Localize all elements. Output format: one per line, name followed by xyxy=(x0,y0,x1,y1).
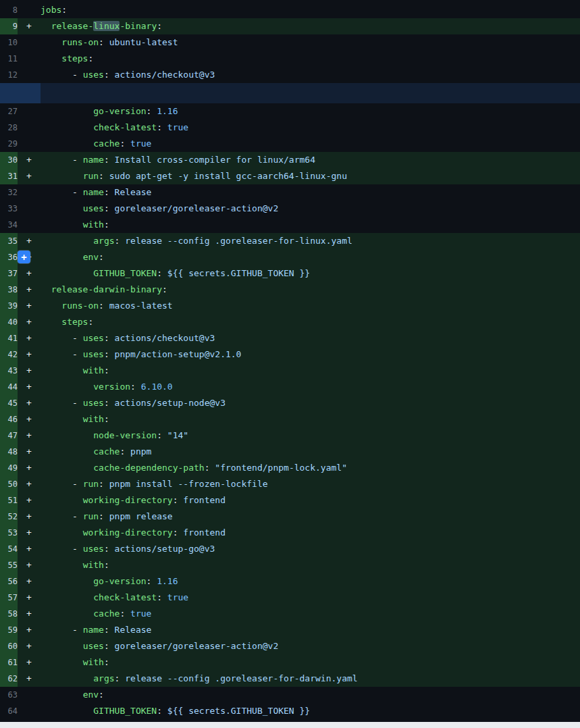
line-number[interactable]: 43 xyxy=(0,363,18,379)
line-number[interactable]: 63 xyxy=(0,687,18,703)
hunk-context xyxy=(41,83,580,103)
code-token: : xyxy=(115,236,126,246)
line-number[interactable]: 12 xyxy=(0,67,18,83)
diff-line: 54+ - uses: actions/setup-go@v3 xyxy=(0,541,580,557)
line-number[interactable]: 61 xyxy=(0,654,18,671)
line-number[interactable]: 44 xyxy=(0,379,18,395)
diff-line: 37+ GITHUB_TOKEN: ${{ secrets.GITHUB_TOK… xyxy=(0,265,580,282)
code-token xyxy=(41,430,93,440)
line-number[interactable]: 37 xyxy=(0,265,18,282)
line-number[interactable]: 47 xyxy=(0,427,18,444)
line-number[interactable]: 38 xyxy=(0,282,18,298)
line-number[interactable]: 39 xyxy=(0,298,18,314)
line-number[interactable]: 28 xyxy=(0,120,18,136)
line-number[interactable]: 35 xyxy=(0,233,18,249)
code-token: runs-on xyxy=(61,301,99,311)
code-token xyxy=(41,21,51,31)
code-token: sudo apt-get -y install gcc-aarch64-linu… xyxy=(109,171,347,181)
line-number[interactable]: 55 xyxy=(0,557,18,573)
line-number[interactable]: 64 xyxy=(0,703,18,719)
diff-line: 8jobs: xyxy=(0,2,580,18)
line-number[interactable]: 51 xyxy=(0,492,18,509)
line-number[interactable]: 36 xyxy=(0,249,18,265)
line-number[interactable]: 48 xyxy=(0,444,18,460)
code-line: cache: true xyxy=(41,606,580,622)
code-token: - xyxy=(41,479,83,489)
line-number[interactable]: 33 xyxy=(0,201,18,217)
code-token xyxy=(41,317,61,327)
expand-diff-button[interactable] xyxy=(0,83,41,103)
code-token: : xyxy=(104,155,115,165)
line-number[interactable]: 60 xyxy=(0,638,18,654)
line-number[interactable]: 56 xyxy=(0,573,18,590)
code-token xyxy=(41,673,93,683)
line-number[interactable]: 32 xyxy=(0,184,18,201)
line-number[interactable]: 31 xyxy=(0,168,18,184)
diff-line: 45+ - uses: actions/setup-node@v3 xyxy=(0,395,580,411)
line-number[interactable]: 10 xyxy=(0,34,18,51)
code-token: release --config .goreleaser-for-darwin.… xyxy=(125,673,357,683)
code-token: : xyxy=(157,122,167,132)
diff-line: 53+ working-directory: frontend xyxy=(0,525,580,541)
code-line: cache-dependency-path: "frontend/pnpm-lo… xyxy=(41,460,580,476)
code-token: env xyxy=(83,690,99,700)
line-number[interactable]: 8 xyxy=(0,2,18,18)
code-token: go-version xyxy=(93,576,146,586)
line-number[interactable]: 11 xyxy=(0,51,18,67)
line-number[interactable]: 49 xyxy=(0,460,18,476)
diff-line: 49+ cache-dependency-path: "frontend/pnp… xyxy=(0,460,580,476)
diff-line: 29 cache: true xyxy=(0,136,580,152)
code-token: : xyxy=(157,430,167,440)
code-token: : xyxy=(157,706,167,716)
code-token: : xyxy=(99,252,104,262)
line-number[interactable]: 45 xyxy=(0,395,18,411)
expand-hunk-row xyxy=(0,83,580,103)
code-token: : xyxy=(99,37,109,47)
diff-marker: + xyxy=(18,298,41,314)
code-line: - uses: actions/checkout@v3 xyxy=(41,330,580,346)
code-token: uses xyxy=(83,641,104,651)
line-number[interactable]: 30 xyxy=(0,152,18,168)
line-number[interactable]: 34 xyxy=(0,217,18,233)
code-token: goreleaser/goreleaser-action@v2 xyxy=(115,641,279,651)
code-token: ubuntu-latest xyxy=(109,37,178,47)
line-number[interactable]: 53 xyxy=(0,525,18,541)
code-token: GITHUB_TOKEN xyxy=(93,268,157,278)
line-number[interactable]: 50 xyxy=(0,476,18,492)
code-line: working-directory: frontend xyxy=(41,492,580,509)
code-token xyxy=(41,203,83,213)
line-number[interactable]: 41 xyxy=(0,330,18,346)
code-token: - xyxy=(41,398,83,408)
code-line: - run: pnpm release xyxy=(41,509,580,525)
code-token: true xyxy=(130,138,151,149)
code-token xyxy=(41,414,83,424)
line-number[interactable]: 58 xyxy=(0,606,18,622)
code-token xyxy=(41,690,83,700)
code-token: working-directory xyxy=(83,495,173,505)
line-number[interactable]: 29 xyxy=(0,136,18,152)
diff-marker xyxy=(18,51,41,67)
code-line: - name: Release xyxy=(41,184,580,201)
code-line: args: release --config .goreleaser-for-d… xyxy=(41,671,580,687)
diff-marker xyxy=(18,703,41,719)
line-number[interactable]: 59 xyxy=(0,622,18,638)
code-token: - xyxy=(41,333,83,343)
diff-marker: + xyxy=(18,346,41,363)
line-number[interactable]: 9 xyxy=(0,18,18,34)
code-token: : xyxy=(120,608,130,619)
line-number[interactable]: 52 xyxy=(0,509,18,525)
line-number[interactable]: 46 xyxy=(0,411,18,427)
code-line: cache: pnpm xyxy=(41,444,580,460)
add-comment-button[interactable]: + xyxy=(18,251,30,263)
line-number[interactable]: 62 xyxy=(0,671,18,687)
code-line: go-version: 1.16 xyxy=(41,573,580,590)
line-number[interactable]: 40 xyxy=(0,314,18,330)
line-number[interactable]: 42 xyxy=(0,346,18,363)
code-token: release --config .goreleaser-for-linux.y… xyxy=(125,236,352,246)
line-number[interactable]: 54 xyxy=(0,541,18,557)
code-token: : xyxy=(104,657,109,667)
diff-marker: + xyxy=(18,525,41,541)
code-token: : xyxy=(104,398,115,408)
line-number[interactable]: 57 xyxy=(0,590,18,606)
line-number[interactable]: 27 xyxy=(0,103,18,120)
